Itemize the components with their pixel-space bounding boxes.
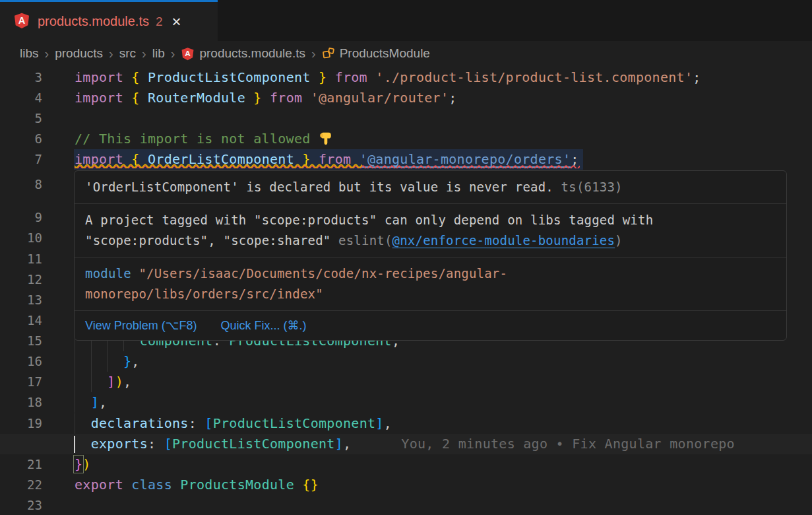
hover-text: eslint( — [330, 233, 392, 248]
code-line-18[interactable]: ], — [75, 392, 107, 413]
breadcrumb-separator: › — [142, 46, 146, 61]
line-number-8[interactable]: 8 — [0, 174, 42, 195]
class-icon — [322, 47, 335, 60]
git-blame-annotation: You, 2 minutes ago • Fix Angular monorep… — [401, 436, 735, 452]
hover-text: 'OrderListComponent' is declared but its… — [85, 180, 553, 194]
line-number-13[interactable]: 13 — [0, 290, 42, 310]
breadcrumb-label: products.module.ts — [199, 46, 305, 61]
breadcrumb-separator: › — [311, 46, 316, 61]
line-number-12[interactable]: 12 — [0, 269, 42, 290]
line-number-15[interactable]: 15 — [0, 331, 42, 351]
line-number-9[interactable]: 9 — [0, 207, 42, 228]
code-line-6[interactable]: // This import is not allowed — [75, 129, 333, 149]
line-number-11[interactable]: 11 — [0, 249, 42, 269]
line-number-5[interactable]: 5 — [0, 108, 42, 129]
hover-message: A project tagged with "scope:products" c… — [75, 204, 786, 258]
line-number-7[interactable]: 7 — [0, 149, 42, 170]
breadcrumb-item-products[interactable]: products — [55, 46, 103, 61]
breadcrumb-label: src — [119, 46, 136, 61]
code-line-3[interactable]: import { ProductListComponent } from './… — [75, 67, 701, 88]
line-number-22[interactable]: 22 — [0, 475, 42, 495]
hover-text: A project tagged with "scope:products" c… — [85, 213, 653, 227]
tab-problems-badge: 2 — [156, 15, 163, 29]
line-number-4[interactable]: 4 — [0, 88, 42, 108]
breadcrumb-item-libs[interactable]: libs — [20, 46, 39, 61]
breadcrumb-label: libs — [20, 46, 39, 61]
line-number-14[interactable]: 14 — [0, 310, 42, 331]
tab-bar: A products.module.ts 2 × — [0, 0, 812, 41]
hover-text: monorepo/libs/orders/src/index" — [85, 287, 323, 301]
hover-message: module "/Users/isaac/Documents/code/nx-r… — [75, 258, 786, 311]
line-number-3[interactable]: 3 — [0, 67, 42, 88]
breadcrumb-item-products-module-ts[interactable]: Aproducts.module.ts — [181, 46, 305, 61]
tab-products-module[interactable]: A products.module.ts 2 × — [0, 0, 218, 41]
code-line-16[interactable]: }, — [75, 351, 140, 372]
line-number-6[interactable]: 6 — [0, 129, 42, 149]
code-line-19[interactable]: declarations: [ProductListComponent], — [75, 413, 392, 434]
line-number-19[interactable]: 19 — [0, 413, 42, 434]
line-number-10[interactable]: 10 — [0, 228, 42, 248]
code-line-22[interactable]: export class ProductsModule {} — [75, 475, 319, 495]
hover-text: "scope:products", "scope:shared" — [85, 233, 330, 248]
code-line-21[interactable]: }) — [75, 454, 91, 475]
code-line-17[interactable]: ]), — [75, 372, 131, 392]
hover-action-view-problem-f8[interactable]: View Problem (⌥F8) — [85, 317, 197, 334]
tab-title: products.module.ts — [38, 14, 149, 29]
angular-icon: A — [13, 12, 30, 32]
hover-text: module — [85, 266, 131, 281]
text-cursor — [74, 436, 75, 453]
hover-text: ts(6133) — [553, 180, 623, 194]
hover-action-quick-fix[interactable]: Quick Fix... (⌘.) — [220, 317, 306, 334]
breadcrumb-separator: › — [45, 46, 49, 61]
line-number-17[interactable]: 17 — [0, 372, 42, 392]
diagnostics-hover-popup: 'OrderListComponent' is declared but its… — [74, 170, 787, 341]
pointing-down-emoji-icon — [319, 131, 333, 147]
close-icon[interactable]: × — [172, 14, 181, 30]
code-line-4[interactable]: import { RouterModule } from '@angular/r… — [75, 88, 457, 108]
svg-text:A: A — [185, 49, 191, 58]
hover-message: 'OrderListComponent' is declared but its… — [75, 171, 786, 204]
breadcrumb-item-lib[interactable]: lib — [152, 46, 165, 61]
warning-squiggle — [75, 153, 362, 170]
line-number-23[interactable]: 23 — [0, 495, 42, 515]
breadcrumb-label: ProductsModule — [340, 46, 430, 61]
hover-actions-row: View Problem (⌥F8)Quick Fix... (⌘.) — [75, 311, 786, 340]
breadcrumb-separator: › — [171, 46, 175, 61]
svg-text:A: A — [18, 15, 26, 25]
line-number-21[interactable]: 21 — [0, 454, 42, 475]
breadcrumb: libs›products›src›lib›Aproducts.module.t… — [0, 41, 812, 66]
breadcrumb-separator: › — [109, 46, 113, 61]
hover-rule-link[interactable]: @nx/enforce-module-boundaries — [392, 233, 615, 248]
hover-text: ) — [615, 233, 623, 248]
breadcrumb-label: lib — [152, 46, 165, 61]
line-number-16[interactable]: 16 — [0, 351, 42, 372]
hover-text: "/Users/isaac/Documents/code/nx-recipes/… — [131, 266, 507, 281]
line-number-18[interactable]: 18 — [0, 392, 42, 413]
angular-icon: A — [181, 47, 195, 61]
breadcrumb-item-productsmodule[interactable]: ProductsModule — [322, 46, 430, 61]
code-line-20[interactable]: exports: [ProductListComponent],You, 2 m… — [75, 434, 735, 454]
breadcrumb-label: products — [55, 46, 103, 61]
code-editor[interactable]: 34567891011121314151617181920212223 impo… — [0, 66, 812, 515]
breadcrumb-item-src[interactable]: src — [119, 46, 136, 61]
